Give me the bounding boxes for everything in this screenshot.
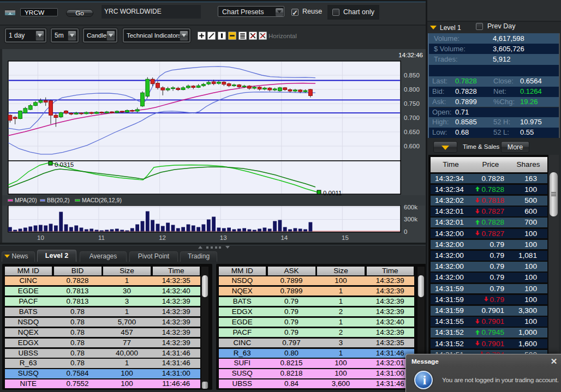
svg-text:0.0315: 0.0315 bbox=[55, 161, 74, 168]
